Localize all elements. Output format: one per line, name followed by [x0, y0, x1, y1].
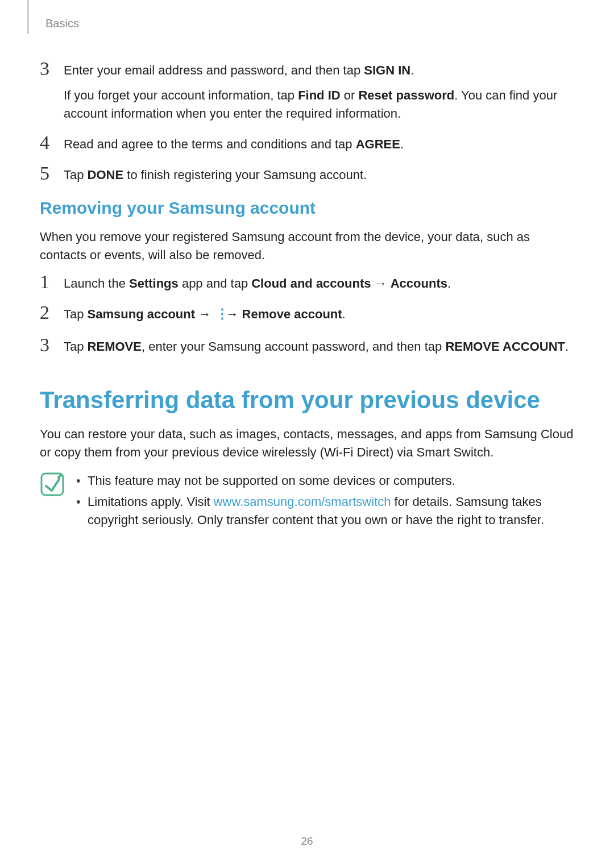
step-number: 5 — [40, 164, 60, 183]
step-number: 4 — [40, 133, 60, 152]
bold-remove: REMOVE — [88, 339, 142, 354]
step-5: 5 Tap DONE to finish registering your Sa… — [40, 166, 574, 184]
smartswitch-link[interactable]: www.samsung.com/smartswitch — [214, 495, 391, 509]
bold-agree: AGREE — [356, 137, 400, 151]
text: Tap — [64, 339, 88, 354]
breadcrumb: Basics — [45, 17, 574, 30]
text: Read and agree to the terms and conditio… — [64, 137, 356, 151]
heading-transferring-data: Transferring data from your previous dev… — [40, 387, 574, 414]
more-options-icon — [215, 304, 221, 324]
page-content: Basics 3 Enter your email address and pa… — [0, 0, 614, 533]
step-3-remove: 3 Tap REMOVE, enter your Samsung account… — [40, 338, 574, 356]
text: Tap — [64, 307, 88, 321]
text: Limitations apply. Visit — [88, 495, 214, 509]
step-number: 2 — [40, 303, 60, 322]
step-body: Read and agree to the terms and conditio… — [60, 135, 574, 153]
step-body: Tap REMOVE, enter your Samsung account p… — [60, 338, 574, 356]
header-rule — [27, 0, 29, 34]
bold-accounts: Accounts — [391, 276, 447, 290]
subheading-removing-account: Removing your Samsung account — [40, 198, 574, 218]
transferring-data-description: You can restore your data, such as image… — [40, 425, 574, 462]
text: or — [341, 88, 359, 102]
note-icon — [40, 472, 65, 497]
bold-samsung-account: Samsung account — [88, 307, 195, 321]
page-number: 26 — [0, 835, 614, 848]
arrow-icon: → — [371, 276, 390, 290]
steps-list-remove: 1 Launch the Settings app and tap Cloud … — [40, 275, 574, 356]
steps-list-signin: 3 Enter your email address and password,… — [40, 61, 574, 184]
text: . — [400, 137, 404, 151]
text: If you forget your account information, … — [64, 88, 298, 102]
bold-signin: SIGN IN — [364, 63, 410, 77]
text: , enter your Samsung account password, a… — [142, 339, 445, 354]
text: Enter your email address and password, a… — [64, 63, 364, 77]
bold-remove-account: Remove account — [242, 307, 342, 321]
text: . — [342, 307, 346, 321]
text: to finish registering your Samsung accou… — [123, 168, 367, 182]
step-body: Enter your email address and password, a… — [60, 61, 574, 123]
note-block: This feature may not be supported on som… — [40, 472, 574, 533]
bold-remove-account-caps: REMOVE ACCOUNT — [445, 339, 565, 354]
step-3: 3 Enter your email address and password,… — [40, 61, 574, 123]
note-item-2: Limitations apply. Visit www.samsung.com… — [75, 493, 574, 529]
bold-settings: Settings — [129, 276, 179, 290]
step-1: 1 Launch the Settings app and tap Cloud … — [40, 275, 574, 293]
bold-cloud-accounts: Cloud and accounts — [251, 276, 371, 290]
step-number: 3 — [40, 59, 60, 78]
text: app and tap — [179, 276, 251, 290]
text: Launch the — [64, 276, 129, 290]
bold-reset-password: Reset password — [358, 88, 454, 102]
step-4: 4 Read and agree to the terms and condit… — [40, 135, 574, 153]
text: Tap — [64, 168, 88, 182]
note-list: This feature may not be supported on som… — [75, 472, 574, 533]
step-number: 1 — [40, 272, 60, 292]
step-body: Tap Samsung account → → Remove account. — [60, 305, 574, 325]
note-item-1: This feature may not be supported on som… — [75, 472, 574, 490]
text: . — [447, 276, 451, 290]
arrow-icon: → — [195, 307, 214, 321]
text: . — [410, 63, 414, 77]
bold-find-id: Find ID — [298, 88, 341, 102]
step-body: Launch the Settings app and tap Cloud an… — [60, 275, 574, 293]
text: . — [565, 339, 569, 354]
bold-done: DONE — [88, 168, 124, 182]
step-number: 3 — [40, 335, 60, 355]
step-body: Tap DONE to finish registering your Sams… — [60, 166, 574, 184]
removing-account-description: When you remove your registered Samsung … — [40, 228, 574, 264]
step-2: 2 Tap Samsung account → → Remove account… — [40, 305, 574, 325]
